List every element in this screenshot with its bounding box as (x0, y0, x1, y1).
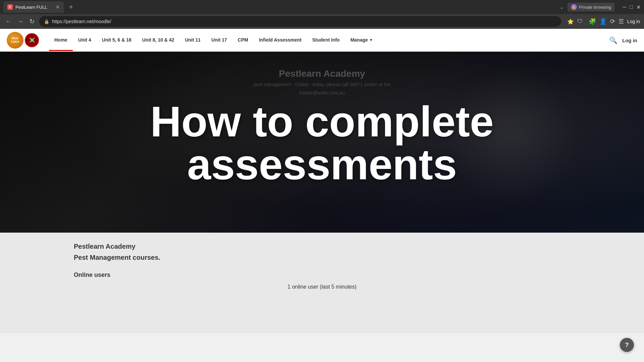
nav-home[interactable]: Home (49, 30, 73, 51)
logo-area: PestLearn 🪲 (7, 32, 39, 49)
new-tab-button[interactable]: + (66, 3, 76, 11)
site-nav: Home Unit 4 Unit 5, 6 & 18 Unit 8, 10 & … (49, 30, 378, 51)
header-right: 🔍 Log in (609, 36, 637, 44)
bookmark-icon[interactable]: ⭐ (567, 18, 574, 25)
address-bar-icons: ⭐ 🛡 (567, 18, 583, 25)
address-bar[interactable]: 🔒 https://pestlearn.net/moodle/ (39, 16, 561, 27)
pestlearn-logo[interactable]: PestLearn (7, 32, 23, 49)
url-text: https://pestlearn.net/moodle/ (52, 19, 111, 24)
browser-chrome: P PestLearn FULL ✕ + ⌄ 🔒 Private browsin… (0, 0, 644, 29)
hero-email: trainer@wolts.com.au (299, 90, 345, 96)
close-window-button[interactable]: ✕ (636, 4, 641, 10)
nav-unit5618[interactable]: Unit 5, 6 & 18 (97, 30, 137, 51)
hero-main-text: How to complete assessments (0, 100, 644, 186)
nav-unit11[interactable]: Unit 11 (179, 30, 206, 51)
ssl-lock-icon: 🔒 (44, 19, 49, 24)
reload-button[interactable]: ↻ (28, 16, 36, 26)
tab-close-button[interactable]: ✕ (56, 4, 60, 10)
window-controls: ─ □ ✕ (623, 4, 641, 10)
nav-manage[interactable]: Manage ▼ (345, 30, 378, 51)
tab-bar-right: ⌄ 🔒 Private browsing ─ □ ✕ (560, 3, 641, 11)
tab-title: PestLearn FULL (15, 5, 47, 10)
manage-caret-icon: ▼ (369, 38, 373, 42)
help-button[interactable]: ? (620, 338, 634, 352)
tab-favicon: P (7, 4, 13, 10)
sync-icon[interactable]: ⟳ (610, 18, 615, 25)
nav-unit4[interactable]: Unit 4 (73, 30, 97, 51)
tab-list-icon[interactable]: ⌄ (560, 5, 564, 10)
pest-mgmt-text: Pest Management courses. (74, 254, 570, 261)
nav-student[interactable]: Student Info (307, 30, 345, 51)
hero-overlay-title: Pestlearn Academy (279, 68, 365, 79)
nav-cpm[interactable]: CPM (232, 30, 254, 51)
bug-logo[interactable]: 🪲 (25, 33, 39, 47)
svg-point-0 (29, 37, 35, 44)
private-browsing-label: Private browsing (579, 5, 611, 10)
online-users-title: Online users (74, 272, 570, 279)
extensions-icon[interactable]: 🧩 (589, 18, 596, 25)
hero-section: Pestlearn Academy pest management · Onli… (0, 52, 644, 233)
toolbar-icons: 🧩 👤 ⟳ ☰ (589, 18, 624, 25)
site-wrapper: PestLearn 🪲 Home Unit 4 Unit 5, 6 & 18 U… (0, 29, 644, 333)
back-button[interactable]: ← (4, 17, 13, 26)
nav-unit81042[interactable]: Unit 8, 10 & 42 (137, 30, 180, 51)
restore-button[interactable]: □ (630, 4, 633, 10)
nav-infield[interactable]: Infield Assessment (254, 30, 307, 51)
online-users-section: Online users 1 online user (last 5 minut… (74, 272, 570, 290)
address-bar-row: ← → ↻ 🔒 https://pestlearn.net/moodle/ ⭐ … (0, 14, 644, 29)
menu-icon[interactable]: ☰ (619, 18, 624, 25)
academy-title: Pestlearn Academy (74, 243, 570, 250)
hero-line2: assessments (27, 143, 617, 186)
private-browsing-badge: 🔒 Private browsing (568, 3, 614, 11)
shield-icon[interactable]: 🛡 (577, 18, 583, 24)
browser-login-button[interactable]: Log in (627, 19, 640, 24)
svg-text:🪲: 🪲 (29, 38, 35, 43)
private-browsing-icon: 🔒 (571, 4, 577, 10)
tab-bar: P PestLearn FULL ✕ + ⌄ 🔒 Private browsin… (0, 0, 644, 14)
profile-icon[interactable]: 👤 (599, 18, 607, 25)
online-users-count: 1 online user (last 5 minutes) (74, 284, 570, 290)
hero-line1: How to complete (27, 100, 617, 143)
site-header: PestLearn 🪲 Home Unit 4 Unit 5, 6 & 18 U… (0, 29, 644, 52)
browser-tab[interactable]: P PestLearn FULL ✕ (3, 1, 64, 13)
nav-unit17[interactable]: Unit 17 (206, 30, 232, 51)
site-login-link[interactable]: Log in (622, 38, 637, 43)
hero-overlay-sub: pest management · Online · today, please… (254, 82, 390, 87)
content-area: Pestlearn Academy Pest Management course… (0, 233, 644, 333)
search-icon[interactable]: 🔍 (609, 36, 618, 44)
minimize-button[interactable]: ─ (623, 4, 626, 10)
forward-button[interactable]: → (16, 17, 25, 26)
